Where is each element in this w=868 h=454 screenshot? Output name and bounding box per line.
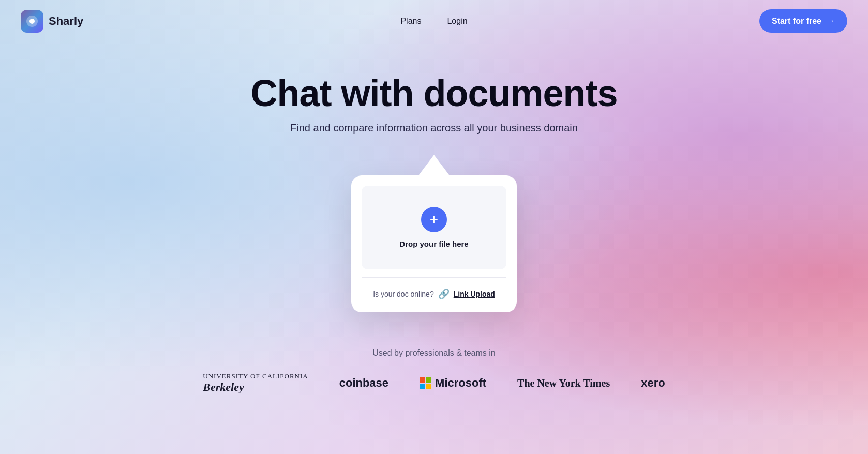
nav-plans[interactable]: Plans [400,17,421,26]
ms-square-blue [420,384,425,389]
ms-square-yellow [426,384,431,389]
brand-berkeley: UNIVERSITY OF CALIFORNIA Berkeley [203,372,308,394]
upload-container: + Drop your file here Is your doc online… [351,155,517,312]
logo-inner-circle [26,16,38,27]
nav-login[interactable]: Login [447,17,467,26]
navbar: Sharly Plans Login Start for free → [0,0,868,42]
upload-card: + Drop your file here Is your doc online… [351,175,517,312]
logo[interactable]: Sharly [21,10,83,33]
social-proof-section: Used by professionals & teams in UNIVERS… [0,348,868,394]
brand-name: Sharly [49,14,83,28]
drop-zone[interactable]: + Drop your file here [362,186,506,269]
link-upload-row: Is your doc online? 🔗 Link Upload [362,286,506,302]
brand-logos-row: UNIVERSITY OF CALIFORNIA Berkeley coinba… [203,372,665,394]
brand-nyt: The New York Times [517,377,610,389]
start-for-free-button[interactable]: Start for free → [759,9,847,33]
drop-text: Drop your file here [399,240,468,248]
logo-icon [21,10,43,33]
divider [362,277,506,278]
brand-xero: xero [641,376,665,390]
microsoft-text: Microsoft [435,376,486,390]
speech-bubble-notch [418,155,450,175]
link-icon: 🔗 [438,288,450,300]
link-upload-button[interactable]: Link Upload [454,290,495,298]
add-file-button[interactable]: + [421,207,447,232]
brand-microsoft: Microsoft [420,376,486,390]
brand-coinbase: coinbase [339,376,388,390]
ms-square-green [426,377,431,383]
microsoft-logo-grid [420,377,431,389]
arrow-icon: → [826,16,835,26]
hero-subtitle: Find and compare information across all … [290,122,578,134]
online-question: Is your doc online? [373,290,434,298]
social-proof-text: Used by professionals & teams in [372,348,495,358]
hero-title: Chat with documents [250,73,617,114]
ms-square-red [420,377,425,383]
main-content: Chat with documents Find and compare inf… [0,42,868,312]
nav-links: Plans Login [400,17,467,26]
